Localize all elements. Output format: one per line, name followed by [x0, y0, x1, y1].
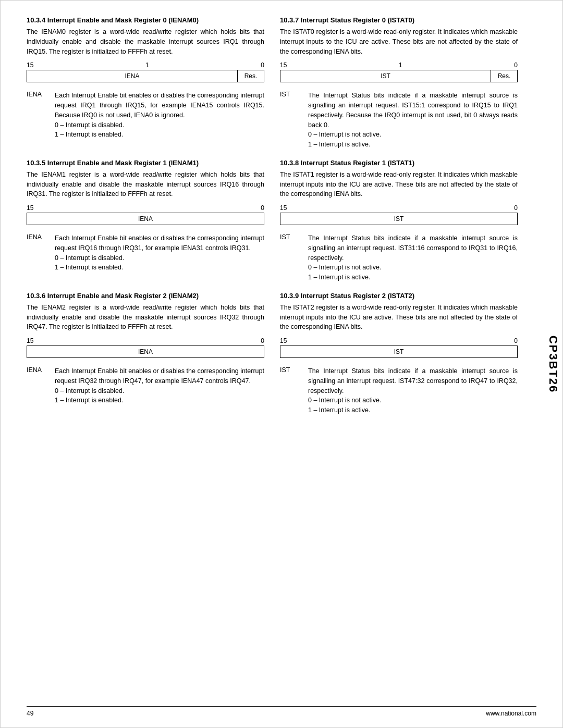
row-1: 10.3.4 Interrupt Enable and Mask Registe… — [27, 16, 518, 154]
page: CP3BT26 10.3.4 Interrupt Enable and Mask… — [0, 0, 563, 728]
reg-diagram-10-3-9: 15 0 IST — [280, 337, 518, 358]
field-name-ist: IST — [280, 91, 302, 150]
reg-cell-ist: IST — [280, 213, 517, 225]
reg-diagram-10-3-4: 15 1 0 IENA Res. — [27, 61, 264, 82]
reg-row-10-3-8: IST — [280, 213, 518, 225]
field-text-ist: The Interrupt Status bits indicate if a … — [308, 91, 518, 150]
bit-labels-10-3-6: 15 0 — [27, 337, 264, 344]
website: www.national.com — [486, 710, 536, 717]
bit-right: 0 — [514, 337, 518, 344]
bit-labels-10-3-9: 15 0 — [280, 337, 518, 344]
bit-left: 15 — [280, 337, 287, 344]
reg-cell-iena: IENA — [27, 346, 264, 357]
reg-diagram-10-3-6: 15 0 IENA — [27, 337, 264, 358]
body-10-3-9: The ISTAT2 register is a word-wide read-… — [280, 303, 518, 332]
bit-right: 0 — [514, 204, 518, 212]
heading-10-3-7: 10.3.7 Interrupt Status Register 0 (ISTA… — [280, 16, 518, 24]
heading-10-3-9: 10.3.9 Interrupt Status Register 2 (ISTA… — [280, 292, 518, 300]
body-10-3-5: The IENAM1 register is a word-wide read/… — [27, 170, 264, 199]
section-10-3-4: 10.3.4 Interrupt Enable and Mask Registe… — [27, 16, 264, 154]
field-text-iena: Each Interrupt Enable bit enables or dis… — [55, 91, 264, 140]
field-name-iena: IENA — [27, 233, 48, 273]
chip-label-container: CP3BT26 — [544, 1, 562, 727]
reg-diagram-10-3-5: 15 0 IENA — [27, 204, 264, 225]
page-number: 49 — [27, 710, 33, 717]
row-3: 10.3.6 Interrupt Enable and Mask Registe… — [27, 292, 518, 419]
row-2: 10.3.5 Interrupt Enable and Mask Registe… — [27, 159, 518, 287]
heading-10-3-5: 10.3.5 Interrupt Enable and Mask Registe… — [27, 159, 264, 167]
section-10-3-6: 10.3.6 Interrupt Enable and Mask Registe… — [27, 292, 264, 419]
bit-left: 15 — [280, 204, 287, 212]
heading-10-3-6: 10.3.6 Interrupt Enable and Mask Registe… — [27, 292, 264, 300]
reg-cell-res: Res. — [491, 70, 517, 82]
body-10-3-4: The IENAM0 register is a word-wide read/… — [27, 27, 264, 56]
bit-labels-10-3-7: 15 1 0 — [280, 61, 518, 69]
field-name-iena: IENA — [27, 366, 48, 405]
reg-diagram-10-3-7: 15 1 0 IST Res. — [280, 61, 518, 82]
bit-mid: 1 — [399, 61, 402, 69]
reg-cell-res: Res. — [238, 70, 264, 82]
heading-10-3-8: 10.3.8 Interrupt Status Register 1 (ISTA… — [280, 159, 518, 167]
section-10-3-9: 10.3.9 Interrupt Status Register 2 (ISTA… — [280, 292, 518, 419]
reg-cell-ist: IST — [280, 70, 491, 82]
section-10-3-7: 10.3.7 Interrupt Status Register 0 (ISTA… — [280, 16, 518, 154]
reg-cell-iena: IENA — [27, 213, 264, 225]
bit-right: 0 — [261, 204, 264, 212]
body-10-3-6: The IENAM2 register is a word-wide read/… — [27, 303, 264, 332]
field-text-iena: Each Interrupt Enable bit enables or dis… — [55, 233, 264, 273]
reg-row-10-3-5: IENA — [27, 213, 264, 225]
bit-left: 15 — [27, 204, 33, 212]
field-ist-10-3-9: IST The Interrupt Status bits indicate i… — [280, 366, 518, 415]
bit-labels-10-3-5: 15 0 — [27, 204, 264, 212]
field-ist-10-3-8: IST The Interrupt Status bits indicate i… — [280, 233, 518, 282]
section-10-3-5: 10.3.5 Interrupt Enable and Mask Registe… — [27, 159, 264, 287]
bit-labels-10-3-8: 15 0 — [280, 204, 518, 212]
bit-left: 15 — [27, 337, 33, 344]
bit-labels-10-3-4: 15 1 0 — [27, 61, 264, 69]
field-name-ist: IST — [280, 233, 302, 282]
body-10-3-8: The ISTAT1 register is a word-wide read-… — [280, 170, 518, 199]
chip-label: CP3BT26 — [546, 335, 560, 393]
field-iena-10-3-4: IENA Each Interrupt Enable bit enables o… — [27, 91, 264, 140]
reg-cell-ist: IST — [280, 346, 517, 357]
field-name-ist: IST — [280, 366, 302, 415]
field-text-iena: Each Interrupt Enable bit enables or dis… — [55, 366, 264, 405]
field-text-ist: The Interrupt Status bits indicate if a … — [308, 233, 518, 282]
body-10-3-7: The ISTAT0 register is a word-wide read-… — [280, 27, 518, 56]
reg-row-10-3-4: IENA Res. — [27, 70, 264, 82]
section-10-3-8: 10.3.8 Interrupt Status Register 1 (ISTA… — [280, 159, 518, 287]
field-ist-10-3-7: IST The Interrupt Status bits indicate i… — [280, 91, 518, 150]
heading-10-3-4: 10.3.4 Interrupt Enable and Mask Registe… — [27, 16, 264, 24]
bit-mid: 1 — [145, 61, 149, 69]
reg-diagram-10-3-8: 15 0 IST — [280, 204, 518, 225]
bit-right: 0 — [261, 61, 264, 69]
field-name-iena: IENA — [27, 91, 48, 140]
page-footer: 49 www.national.com — [27, 706, 536, 717]
reg-row-10-3-6: IENA — [27, 346, 264, 358]
bit-right: 0 — [261, 337, 264, 344]
bit-right: 0 — [514, 61, 518, 69]
bit-left: 15 — [280, 61, 287, 69]
reg-cell-iena: IENA — [27, 70, 238, 82]
reg-row-10-3-7: IST Res. — [280, 70, 518, 82]
field-iena-10-3-6: IENA Each Interrupt Enable bit enables o… — [27, 366, 264, 405]
field-text-ist: The Interrupt Status bits indicate if a … — [308, 366, 518, 415]
field-iena-10-3-5: IENA Each Interrupt Enable bit enables o… — [27, 233, 264, 273]
bit-left: 15 — [27, 61, 33, 69]
reg-row-10-3-9: IST — [280, 346, 518, 358]
